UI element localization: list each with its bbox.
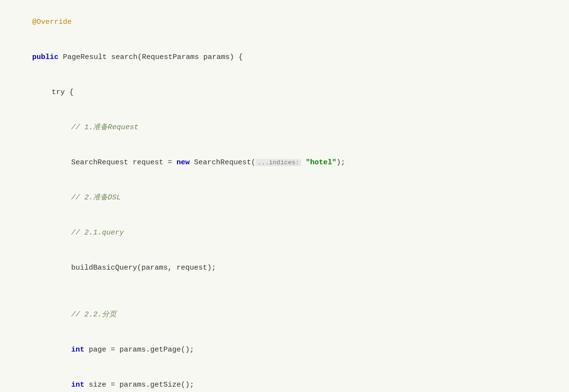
comment-1: // 1.准备Request <box>71 123 138 132</box>
comment-2b-line: // 2.1.query <box>15 216 554 251</box>
keyword-int-1: int <box>71 346 84 354</box>
search-request-line: SearchRequest request = new SearchReques… <box>15 145 554 180</box>
annotation-line: @Override <box>15 5 554 40</box>
override-annotation: @Override <box>32 18 72 26</box>
int-page-line: int page = params.getPage(); <box>15 333 554 368</box>
comment-2a-line: // 2.准备DSL <box>15 180 554 216</box>
keyword-new: new <box>177 158 190 167</box>
try-open-line: try { <box>15 75 554 110</box>
comment-22-line: // 2.2.分页 <box>15 297 554 333</box>
method-signature-line: public PageResult search(RequestParams p… <box>15 40 554 75</box>
keyword-int-2: int <box>71 381 84 389</box>
code-container: @Override public PageResult search(Reque… <box>0 0 569 392</box>
blank-line-1 <box>15 286 554 297</box>
param-hint: ...indices: <box>255 159 301 166</box>
comment-2b: // 2.1.query <box>71 229 124 237</box>
int-size-line: int size = params.getSize(); <box>15 368 554 392</box>
build-query-line: buildBasicQuery(params, request); <box>15 251 554 286</box>
comment-22: // 2.2.分页 <box>71 311 117 319</box>
string-hotel: "hotel" <box>306 158 336 167</box>
comment-1-line: // 1.准备Request <box>15 110 554 145</box>
keyword-public: public <box>32 53 59 61</box>
comment-2a: // 2.准备DSL <box>71 194 121 202</box>
